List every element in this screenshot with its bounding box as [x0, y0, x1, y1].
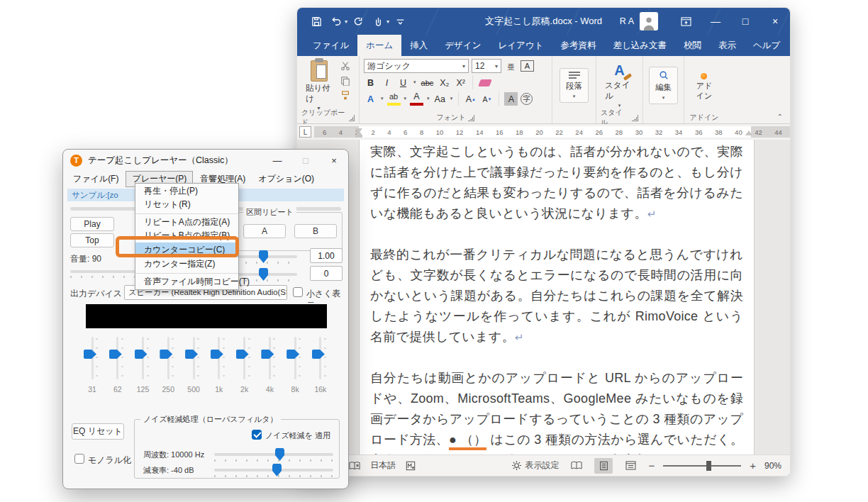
font-name-combo[interactable]: 游ゴシック▾ [364, 59, 469, 73]
underline-button[interactable]: U [396, 76, 410, 89]
menu-item[interactable]: リピートA点の指定(A) [135, 216, 238, 229]
strikethrough-button[interactable]: abc [420, 76, 435, 89]
repeat-a-button[interactable]: A [243, 224, 286, 238]
superscript-button[interactable]: X² [454, 76, 467, 89]
ribbon-tab[interactable]: 校閲 [675, 35, 710, 56]
frequency-slider[interactable] [214, 453, 333, 456]
font-color-dropdown-icon[interactable]: ▾ [427, 96, 430, 101]
proofing-icon[interactable] [349, 461, 360, 471]
addin-button[interactable]: アドイン [696, 70, 713, 101]
left-indent-marker[interactable] [355, 135, 362, 138]
highlight-button[interactable]: ab [387, 92, 401, 106]
close-button[interactable]: × [760, 8, 790, 35]
copy-icon[interactable] [339, 75, 352, 87]
clipboard-dialog-launcher-icon[interactable] [349, 115, 355, 121]
menu-item[interactable]: 再生・停止(P) [135, 184, 238, 198]
ribbon-tab[interactable]: ホーム [357, 35, 401, 56]
play-button[interactable]: Play [70, 217, 114, 231]
text-effects-dropdown-icon[interactable]: ▾ [381, 96, 384, 101]
grow-font-button[interactable]: A [464, 92, 477, 106]
display-settings-button[interactable]: 表示設定 [511, 459, 559, 472]
eq-slider-thumb[interactable] [160, 350, 172, 359]
character-border-button[interactable]: A [521, 60, 534, 72]
document-page[interactable]: 実際、文字起こしというものは、話者が分かれないので、実際に話者を分けた上で議事録… [359, 140, 755, 456]
ribbon-tab[interactable]: ファイル [304, 35, 357, 56]
player-titlebar[interactable]: T テープ起こしプレーヤー（Classic） — □ × [63, 150, 348, 171]
enclose-characters-button[interactable]: 字 [521, 93, 533, 105]
zoom-slider-thumb[interactable] [706, 461, 711, 471]
eq-slider-thumb[interactable] [261, 350, 274, 359]
save-icon[interactable] [307, 12, 326, 30]
styles-button[interactable]: A スタイル▾ [601, 61, 638, 110]
paragraph-menu-button[interactable]: 段落 ▾ [560, 68, 589, 103]
player-minimize-button[interactable]: — [263, 150, 291, 171]
mono-checkbox[interactable] [74, 454, 84, 464]
search-assist-button[interactable]: 操作アシス [789, 35, 791, 56]
font-color-button[interactable]: A [410, 92, 423, 106]
zoom-level[interactable]: 90% [764, 461, 781, 471]
undo-dropdown-icon[interactable]: ▾ [345, 18, 347, 25]
menu-item[interactable]: リセット(R) [135, 198, 238, 214]
ribbon-tab[interactable]: 差し込み文書 [604, 35, 675, 56]
top-button[interactable]: Top [70, 233, 114, 247]
language-status[interactable]: 日本語 [370, 459, 396, 472]
italic-button[interactable]: I [380, 76, 394, 89]
qat-customize-icon[interactable] [391, 12, 409, 30]
cut-icon[interactable] [339, 60, 352, 72]
minimize-button[interactable]: — [701, 8, 730, 35]
menu-item[interactable]: リピートB点の指定(B) [135, 229, 238, 242]
web-layout-icon[interactable] [621, 458, 640, 474]
player-menu[interactable]: ファイル(F) [67, 171, 124, 187]
ribbon-tab[interactable]: デザイン [436, 35, 489, 56]
print-layout-icon[interactable] [594, 458, 613, 474]
word-titlebar[interactable]: ▾ ▾ 文字起こし原稿.docx - Word R A — □ × [297, 8, 790, 35]
bold-button[interactable]: B [364, 76, 377, 89]
collapse-ribbon-icon[interactable]: ⌃ [777, 113, 783, 121]
eq-slider-thumb[interactable] [135, 350, 148, 359]
character-shading-button[interactable]: A [504, 92, 518, 106]
paste-button[interactable]: 貼り付け▼ [301, 59, 336, 112]
eq-slider-thumb[interactable] [84, 350, 96, 359]
editing-menu-button[interactable]: 編集 ▾ [649, 67, 678, 104]
underline-dropdown-icon[interactable]: ▾ [413, 79, 416, 85]
eq-slider-thumb[interactable] [109, 350, 122, 359]
maximize-button[interactable]: □ [730, 8, 760, 35]
undo-icon[interactable] [327, 12, 345, 30]
ribbon-tab[interactable]: 表示 [710, 35, 745, 56]
menu-item[interactable]: カウンターコピー(C) [135, 242, 238, 257]
zoom-in-button[interactable]: + [750, 459, 756, 472]
shrink-font-button[interactable]: A [480, 92, 494, 106]
avatar[interactable] [640, 12, 658, 30]
change-case-button[interactable]: Aa [433, 92, 447, 106]
ribbon-tab[interactable]: ヘルプ [745, 35, 789, 56]
ribbon-tab[interactable]: レイアウト [489, 35, 552, 56]
read-mode-icon[interactable] [567, 458, 586, 474]
ribbon-tab[interactable]: 挿入 [401, 35, 436, 56]
zoom-slider[interactable] [663, 465, 741, 467]
speed-value[interactable]: 1.00 [310, 248, 343, 263]
ribbon-tab[interactable]: 参考資料 [552, 35, 604, 56]
ribbon-display-options-icon[interactable] [671, 8, 701, 35]
font-dialog-launcher-icon[interactable] [468, 115, 474, 121]
macro-icon[interactable] [406, 461, 416, 471]
repeat-b-button[interactable]: B [294, 224, 337, 238]
small-view-checkbox[interactable] [293, 287, 303, 297]
right-indent-marker[interactable] [745, 130, 752, 135]
phonetic-guide-button[interactable]: 亜 [504, 60, 518, 73]
text-effects-button[interactable]: A [364, 92, 377, 106]
menu-item[interactable]: カウンター指定(Z) [135, 257, 238, 274]
eq-slider-thumb[interactable] [312, 350, 325, 359]
eq-slider-thumb[interactable] [286, 350, 299, 359]
subscript-button[interactable]: X₂ [438, 76, 451, 89]
player-menu[interactable]: オプション(O) [252, 171, 320, 187]
tab-stop-selector[interactable]: L [299, 126, 311, 138]
redo-icon[interactable] [349, 12, 367, 30]
touch-mode-dropdown-icon[interactable]: ▾ [386, 18, 389, 25]
touch-mode-icon[interactable] [369, 12, 387, 30]
pitch-value[interactable]: 0 [310, 266, 343, 281]
highlight-dropdown-icon[interactable]: ▾ [404, 96, 407, 101]
styles-dialog-launcher-icon[interactable] [632, 115, 638, 121]
zoom-out-button[interactable]: − [648, 459, 655, 472]
attenuation-slider[interactable] [214, 469, 333, 472]
eq-slider-thumb[interactable] [211, 350, 223, 359]
